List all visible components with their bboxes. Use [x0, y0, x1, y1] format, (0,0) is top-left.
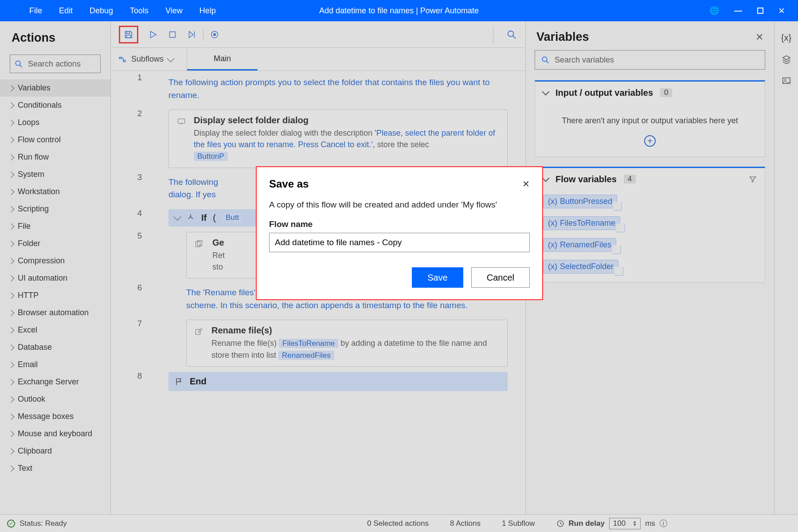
cancel-button[interactable]: Cancel	[471, 267, 530, 288]
maximize-button[interactable]	[757, 8, 763, 14]
save-as-dialog: Save as ✕ A copy of this flow will be cr…	[256, 166, 543, 300]
window-title: Add datetime to file names | Power Autom…	[319, 6, 479, 16]
menu-file[interactable]: File	[29, 6, 42, 16]
dialog-subtitle: A copy of this flow will be created and …	[269, 200, 530, 210]
menu-debug[interactable]: Debug	[90, 6, 113, 16]
title-bar: File Edit Debug Tools View Help Add date…	[0, 0, 798, 21]
flow-name-label: Flow name	[269, 219, 530, 229]
app-menu: File Edit Debug Tools View Help	[0, 6, 216, 16]
flow-name-input[interactable]	[269, 233, 530, 252]
save-button[interactable]: Save	[412, 267, 463, 288]
window-controls: 🌐 — ×	[709, 4, 798, 17]
dialog-title: Save as	[269, 178, 522, 190]
menu-help[interactable]: Help	[200, 6, 216, 16]
menu-tools[interactable]: Tools	[130, 6, 149, 16]
account-icon[interactable]: 🌐	[709, 6, 719, 16]
menu-edit[interactable]: Edit	[59, 6, 73, 16]
dialog-close-button[interactable]: ✕	[522, 179, 530, 189]
minimize-button[interactable]: —	[734, 6, 742, 16]
close-button[interactable]: ×	[778, 4, 785, 17]
menu-view[interactable]: View	[165, 6, 183, 16]
